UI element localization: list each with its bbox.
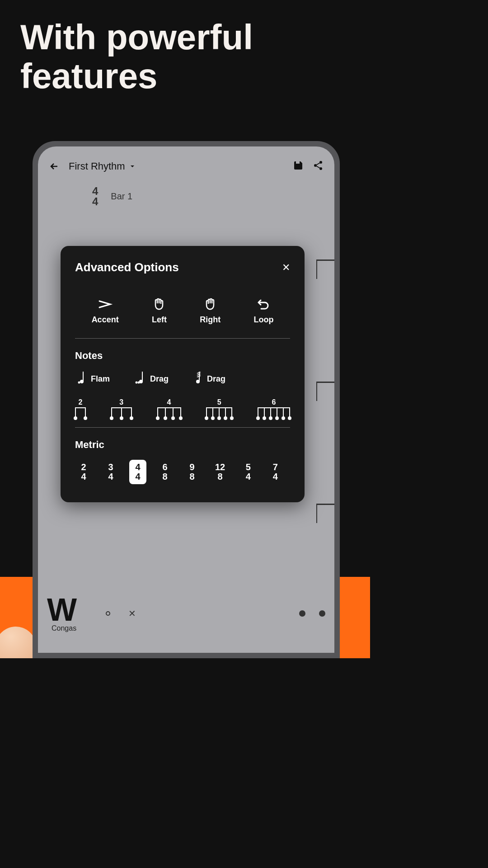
flam-note[interactable]: Flam — [77, 371, 110, 387]
title-dropdown[interactable]: First Rhythm — [69, 160, 284, 172]
svg-point-0 — [319, 161, 322, 164]
accent-icon — [98, 297, 113, 311]
phone-frame: First Rhythm — [33, 141, 340, 658]
tuplet-4[interactable]: 4 — [157, 398, 181, 418]
metric-top: 2 — [81, 462, 86, 472]
option-label: Loop — [253, 315, 273, 325]
tuplet-5[interactable]: 5 — [206, 398, 232, 418]
time-signature[interactable]: 4 4 — [92, 186, 98, 207]
metric-top: 12 — [215, 462, 225, 472]
headline: With powerful features — [0, 0, 370, 96]
drag-icon — [193, 371, 202, 387]
modal-title: Advanced Options — [75, 260, 179, 274]
metric-top: 9 — [189, 462, 194, 472]
tuplet-beam-icon — [75, 407, 86, 418]
phone-screen: First Rhythm — [38, 146, 334, 653]
metric-top: 4 — [135, 462, 140, 472]
metric-bottom: 4 — [246, 472, 251, 481]
app-title: First Rhythm — [69, 160, 125, 172]
metric-9-8[interactable]: 98 — [183, 460, 201, 484]
save-icon — [293, 160, 304, 171]
tuplet-beam-icon — [157, 407, 181, 418]
note-label: Drag — [207, 374, 225, 384]
note-dot[interactable] — [299, 610, 305, 617]
flam-icon — [77, 371, 86, 387]
tuplet-beam-icon — [258, 407, 290, 418]
accent-option[interactable]: Accent — [92, 297, 119, 325]
metric-6-8[interactable]: 68 — [156, 460, 174, 484]
metric-top: 7 — [273, 462, 278, 472]
metric-7-4[interactable]: 74 — [267, 460, 284, 484]
svg-point-9 — [138, 382, 140, 384]
metric-bottom: 8 — [189, 472, 194, 481]
loop-icon — [257, 297, 270, 311]
metric-bottom: 4 — [135, 472, 140, 481]
back-button[interactable] — [49, 161, 60, 172]
option-label: Accent — [92, 315, 119, 325]
note-label: Drag — [150, 374, 169, 384]
option-label: Right — [200, 315, 221, 325]
option-label: Left — [152, 315, 167, 325]
metric-4-4[interactable]: 44 — [129, 460, 146, 484]
hand-right-icon — [204, 297, 216, 311]
tuplet-beam-icon — [111, 407, 132, 418]
tuplet-row: 23456 — [75, 398, 290, 418]
drag-icon — [135, 371, 145, 387]
headline-line: features — [20, 57, 350, 96]
metric-top: 5 — [246, 462, 251, 472]
share-button[interactable] — [313, 160, 324, 173]
svg-point-1 — [314, 164, 317, 167]
svg-rect-6 — [142, 372, 143, 382]
tuplet-number: 5 — [217, 398, 221, 406]
metric-row: 24344468981285474 — [75, 460, 290, 484]
divider — [75, 338, 290, 339]
tuplet-6[interactable]: 6 — [258, 398, 290, 418]
tuplet-3[interactable]: 3 — [111, 398, 132, 418]
metric-bottom: 8 — [218, 472, 223, 481]
chevron-down-icon — [130, 164, 135, 169]
metric-5-4[interactable]: 54 — [239, 460, 257, 484]
metric-bottom: 4 — [273, 472, 278, 481]
track-notation: ✕ — [106, 608, 325, 619]
metric-section-title: Metric — [75, 439, 290, 451]
svg-rect-3 — [83, 372, 84, 382]
drag-note-2[interactable]: Drag — [193, 371, 225, 387]
bar-label: Bar 1 — [111, 191, 132, 202]
svg-point-4 — [80, 380, 84, 383]
save-button[interactable] — [293, 160, 304, 173]
option-row: Accent Left Right — [75, 297, 290, 325]
metric-3-4[interactable]: 34 — [102, 460, 119, 484]
svg-point-11 — [196, 380, 200, 383]
close-button[interactable]: ✕ — [282, 262, 290, 274]
target-icon[interactable] — [106, 611, 110, 616]
divider — [75, 427, 290, 428]
metric-bottom: 8 — [162, 472, 167, 481]
advanced-options-modal: Advanced Options ✕ Accent Left — [61, 246, 305, 502]
close-icon: ✕ — [282, 262, 290, 273]
hand-left-icon — [153, 297, 165, 311]
instrument-icon[interactable]: W — [47, 599, 77, 621]
share-icon — [313, 160, 324, 171]
tuplet-2[interactable]: 2 — [75, 398, 86, 418]
right-hand-option[interactable]: Right — [200, 297, 221, 325]
notes-section-title: Notes — [75, 350, 290, 362]
tuplet-number: 2 — [79, 398, 83, 406]
note-label: Flam — [91, 374, 110, 384]
metric-top: 3 — [108, 462, 113, 472]
drag-note[interactable]: Drag — [135, 371, 169, 387]
notes-row: Flam Drag Drag — [75, 371, 290, 387]
headline-line: With powerful — [20, 18, 350, 57]
svg-point-5 — [78, 382, 80, 384]
left-hand-option[interactable]: Left — [152, 297, 167, 325]
track-label: Congas — [52, 624, 76, 632]
metric-12-8[interactable]: 128 — [211, 460, 230, 484]
metric-bottom: 4 — [108, 472, 113, 481]
note-dot[interactable] — [319, 610, 325, 617]
metric-bottom: 4 — [81, 472, 86, 481]
svg-point-2 — [319, 167, 322, 170]
loop-option[interactable]: Loop — [253, 297, 273, 325]
metric-2-4[interactable]: 24 — [75, 460, 92, 484]
tuplet-number: 6 — [272, 398, 276, 406]
svg-point-8 — [136, 382, 138, 384]
x-note-icon[interactable]: ✕ — [128, 608, 136, 619]
